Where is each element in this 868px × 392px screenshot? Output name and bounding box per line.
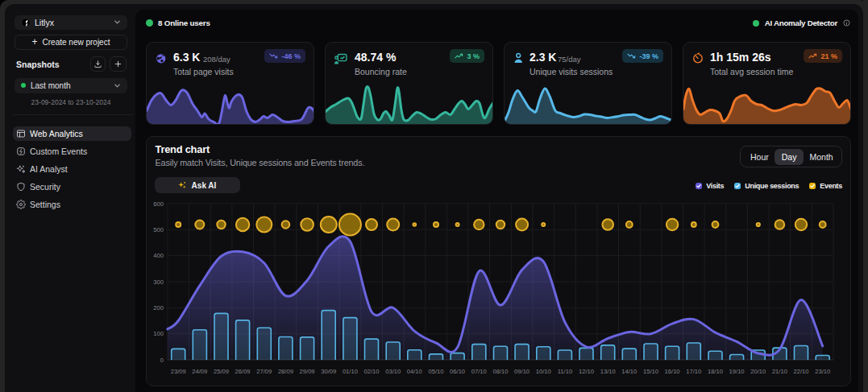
svg-text:12/10: 12/10 (579, 368, 594, 375)
svg-text:20/10: 20/10 (750, 368, 766, 375)
svg-text:600: 600 (153, 200, 164, 208)
svg-text:14/10: 14/10 (621, 368, 637, 375)
svg-text:08/10: 08/10 (492, 368, 508, 375)
svg-text:09/10: 09/10 (514, 368, 530, 375)
svg-text:15/10: 15/10 (643, 368, 658, 375)
svg-text:23/10: 23/10 (815, 368, 830, 375)
svg-text:24/09: 24/09 (192, 368, 207, 375)
svg-text:07/10: 07/10 (471, 368, 487, 375)
svg-text:18/10: 18/10 (708, 368, 723, 375)
svg-text:100: 100 (153, 330, 164, 337)
svg-text:16/10: 16/10 (665, 368, 680, 375)
svg-text:17/10: 17/10 (686, 368, 701, 375)
svg-text:22/10: 22/10 (793, 368, 808, 375)
svg-text:02/10: 02/10 (363, 368, 379, 375)
svg-text:04/10: 04/10 (407, 368, 422, 375)
svg-text:0: 0 (160, 357, 164, 364)
svg-text:03/10: 03/10 (385, 368, 401, 375)
svg-text:10/10: 10/10 (536, 368, 551, 375)
svg-text:19/10: 19/10 (729, 368, 745, 375)
svg-text:29/09: 29/09 (300, 368, 315, 375)
svg-text:06/10: 06/10 (450, 368, 465, 375)
svg-text:28/09: 28/09 (278, 368, 293, 375)
svg-text:25/09: 25/09 (214, 368, 229, 375)
svg-text:27/09: 27/09 (256, 368, 272, 375)
svg-text:11/10: 11/10 (558, 368, 572, 375)
svg-text:21/10: 21/10 (772, 368, 787, 375)
svg-text:23/09: 23/09 (171, 368, 186, 375)
svg-text:200: 200 (153, 304, 164, 312)
svg-text:01/10: 01/10 (343, 368, 358, 375)
svg-text:300: 300 (153, 279, 164, 286)
svg-text:26/09: 26/09 (235, 368, 251, 375)
svg-text:30/09: 30/09 (321, 368, 336, 375)
svg-text:500: 500 (153, 226, 164, 233)
svg-text:13/10: 13/10 (600, 368, 616, 375)
svg-text:05/10: 05/10 (428, 368, 443, 375)
svg-text:400: 400 (153, 252, 164, 259)
